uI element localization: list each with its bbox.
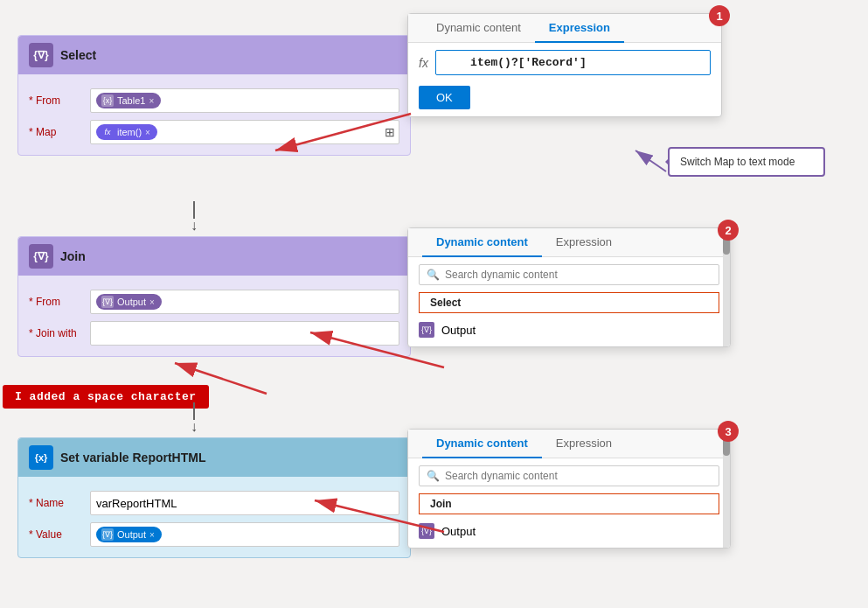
sv-name-row: * Name varReportHTML <box>29 491 399 515</box>
fx-label: fx <box>419 56 428 70</box>
join-block: {∇} Join * From {∇} Output × * Join with <box>17 236 411 357</box>
sv-output-token[interactable]: {∇} Output × <box>96 527 162 542</box>
connector-line-1 <box>193 201 195 219</box>
join-output-label: Output <box>117 297 146 307</box>
dp2-scrollbar[interactable] <box>723 430 730 548</box>
setvariable-body: * Name varReportHTML * Value {∇} Output … <box>18 477 410 557</box>
table1-token-close[interactable]: × <box>149 96 154 106</box>
dp1-tab-expression[interactable]: Expression <box>542 228 626 257</box>
select-map-row: * Map fx item() × ⊞ <box>29 120 399 144</box>
sv-value-field: {∇} Output × <box>90 522 399 547</box>
dp2-search-icon: 🔍 <box>427 470 440 482</box>
dp2-search-input[interactable] <box>445 470 712 482</box>
join-from-value: {∇} Output × <box>90 290 399 314</box>
join-body: * From {∇} Output × * Join with <box>18 276 410 356</box>
dynamic-panel1-tabs: Dynamic content Expression <box>408 228 730 257</box>
map-token[interactable]: fx item() × <box>96 124 157 140</box>
main-canvas: {∇} Select * From {x} Table1 × * Map <box>0 0 868 608</box>
table1-token-icon: {x} <box>101 94 114 107</box>
join-header: {∇} Join <box>18 237 410 276</box>
sv-value-label: * Value <box>29 528 90 541</box>
connector-1: ↓ <box>191 201 198 233</box>
select-header: {∇} Select <box>18 36 410 74</box>
expression-ok-button[interactable]: OK <box>419 86 470 109</box>
connector-line-2 <box>193 402 195 420</box>
table1-token[interactable]: {x} Table1 × <box>96 93 161 108</box>
join-from-label: * From <box>29 296 90 308</box>
expression-panel-tabs: Dynamic content Expression <box>408 14 721 43</box>
connector-arrow-2: ↓ <box>191 420 198 434</box>
expr-tab-expression[interactable]: Expression <box>535 14 624 43</box>
dp1-search-box: 🔍 <box>419 264 719 285</box>
dp2-search-box: 🔍 <box>419 465 719 486</box>
map-token-icon: fx <box>101 126 114 138</box>
join-from-row: * From {∇} Output × <box>29 290 399 314</box>
join-joinwith-label: * Join with <box>29 327 90 339</box>
dp1-output-item[interactable]: {∇} Output <box>408 317 730 343</box>
table1-token-label: Table1 <box>117 95 145 106</box>
select-block: {∇} Select * From {x} Table1 × * Map <box>17 35 411 156</box>
sv-name-value[interactable]: varReportHTML <box>90 491 399 515</box>
dp2-tab-expression[interactable]: Expression <box>542 430 626 458</box>
join-joinwith-row: * Join with <box>29 321 399 346</box>
dp2-output-icon: {∇} <box>419 523 434 539</box>
select-body: * From {x} Table1 × * Map fx item() × <box>18 74 410 155</box>
badge-2: 2 <box>718 220 739 241</box>
switch-map-text: Switch Map to text mode <box>680 156 795 168</box>
connector-2: ↓ <box>191 402 198 434</box>
dp1-tab-dynamic[interactable]: Dynamic content <box>422 228 542 257</box>
join-icon: {∇} <box>29 244 53 269</box>
dp1-search-input[interactable] <box>445 269 712 281</box>
select-map-label: * Map <box>29 126 90 138</box>
select-from-label: * From <box>29 94 90 107</box>
setvariable-block: {x} Set variable ReportHTML * Name varRe… <box>17 437 411 558</box>
join-output-icon: {∇} <box>101 296 114 308</box>
switch-map-callout: Switch Map to text mode <box>668 147 825 177</box>
badge-1: 1 <box>709 5 730 26</box>
dp1-output-icon: {∇} <box>419 322 434 338</box>
dp2-tab-dynamic[interactable]: Dynamic content <box>422 430 542 458</box>
expression-input-area: fx <box>408 43 721 82</box>
select-icon: {∇} <box>29 43 53 67</box>
expr-tab-dynamic[interactable]: Dynamic content <box>422 14 535 43</box>
dp2-output-item[interactable]: {∇} Output <box>408 518 730 544</box>
dp1-section-label: Select <box>419 292 719 313</box>
setvariable-header: {x} Set variable ReportHTML <box>18 438 410 477</box>
badge-3: 3 <box>718 421 739 442</box>
connector-arrow-1: ↓ <box>191 219 198 233</box>
join-output-close[interactable]: × <box>149 297 155 307</box>
map-token-close[interactable]: × <box>145 128 150 137</box>
dp1-output-label: Output <box>441 324 476 337</box>
dynamic-panel2-tabs: Dynamic content Expression <box>408 430 730 458</box>
join-title: Join <box>60 249 86 263</box>
expression-input-field[interactable] <box>435 50 711 75</box>
map-token-label: item() <box>117 127 142 137</box>
select-from-row: * From {x} Table1 × <box>29 88 399 113</box>
sv-output-close[interactable]: × <box>149 530 155 540</box>
expression-panel: Dynamic content Expression fx OK 1 <box>407 13 722 117</box>
join-output-token[interactable]: {∇} Output × <box>96 294 162 310</box>
dynamic-panel-2: Dynamic content Expression 🔍 Join {∇} Ou… <box>407 429 731 549</box>
sv-name-label: * Name <box>29 497 90 509</box>
dp1-search-icon: 🔍 <box>427 269 440 281</box>
select-from-value: {x} Table1 × <box>90 88 399 113</box>
dp1-scrollbar[interactable] <box>723 228 730 346</box>
map-grid-icon[interactable]: ⊞ <box>385 125 395 139</box>
select-title: Select <box>60 48 96 62</box>
dp1-section: Select {∇} Output <box>408 292 730 343</box>
sv-name-text: varReportHTML <box>96 497 177 510</box>
dp2-section: Join {∇} Output <box>408 493 730 544</box>
select-map-value: fx item() × ⊞ <box>90 120 399 144</box>
sv-value-row: * Value {∇} Output × <box>29 522 399 547</box>
join-joinwith-value[interactable] <box>90 321 399 346</box>
dynamic-panel-1: Dynamic content Expression 🔍 Select {∇} … <box>407 227 731 347</box>
setvariable-icon: {x} <box>29 445 53 470</box>
annotation-text: I added a space character <box>3 385 209 409</box>
dp2-section-label: Join <box>419 493 719 514</box>
sv-output-label: Output <box>117 529 146 540</box>
setvariable-title: Set variable ReportHTML <box>60 451 205 465</box>
sv-output-icon: {∇} <box>101 528 114 541</box>
dp2-output-label: Output <box>441 525 476 538</box>
